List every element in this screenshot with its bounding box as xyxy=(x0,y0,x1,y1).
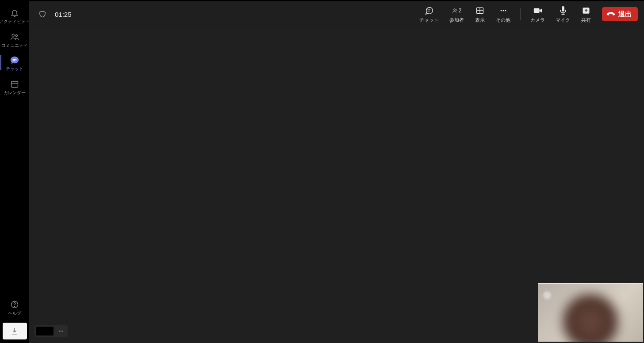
share-screen-icon xyxy=(581,6,591,15)
bell-icon xyxy=(9,8,20,18)
self-video-thumbnail[interactable] xyxy=(538,283,643,342)
svg-point-13 xyxy=(59,331,60,332)
svg-point-7 xyxy=(500,10,502,11)
content-thumbnail xyxy=(36,327,54,335)
toolbar-label: マイク xyxy=(556,18,570,23)
camera-icon xyxy=(533,6,543,15)
toolbar-divider xyxy=(520,8,521,20)
download-icon xyxy=(10,327,19,335)
calendar-icon xyxy=(9,79,20,89)
main-video-area xyxy=(29,27,644,343)
svg-point-0 xyxy=(12,34,14,36)
toolbar-share-button[interactable]: 共有 xyxy=(575,1,597,27)
sidebar-item-label: カレンダー xyxy=(4,91,26,95)
chat-bubble-icon xyxy=(424,6,434,15)
svg-point-8 xyxy=(502,10,504,11)
toolbar-label: その他 xyxy=(496,18,510,23)
more-icon[interactable] xyxy=(56,326,66,336)
sidebar-item-chat[interactable]: チャット xyxy=(0,51,29,75)
toolbar-chat-button[interactable]: チャット xyxy=(414,1,444,27)
svg-rect-10 xyxy=(533,8,539,13)
svg-point-14 xyxy=(61,331,61,332)
leave-call-button[interactable]: 退出 xyxy=(602,7,638,21)
toolbar-view-button[interactable]: 表示 xyxy=(469,1,491,27)
call-timer: 01:25 xyxy=(55,11,72,18)
toolbar-label: 共有 xyxy=(581,18,591,23)
people-icon xyxy=(9,31,20,42)
mic-icon xyxy=(558,6,568,15)
toolbar-camera-button[interactable]: カメラ xyxy=(525,1,550,27)
download-button[interactable] xyxy=(3,323,27,339)
grid-view-icon xyxy=(475,6,485,15)
toolbar-label: カメラ xyxy=(530,18,545,23)
toolbar-label: チャット xyxy=(419,18,439,23)
shield-icon[interactable] xyxy=(38,10,47,19)
svg-point-15 xyxy=(62,331,63,332)
sidebar-item-label: チャット xyxy=(6,67,23,71)
sidebar-item-label: コミュニティ xyxy=(1,43,28,48)
help-label: ヘルプ xyxy=(8,310,21,316)
svg-rect-2 xyxy=(12,81,18,87)
call-toolbar: 01:25 チャット 2 参加者 xyxy=(29,1,644,27)
toolbar-label: 参加者 xyxy=(449,18,464,23)
sidebar-item-calendar[interactable]: カレンダー xyxy=(0,75,29,99)
svg-point-4 xyxy=(14,306,15,307)
people-count-icon: 2 xyxy=(452,6,462,15)
sidebar-item-community[interactable]: コミュニティ xyxy=(0,27,29,51)
toolbar-label: 表示 xyxy=(475,18,485,23)
participant-count: 2 xyxy=(459,8,462,14)
svg-point-9 xyxy=(505,10,506,11)
sidebar-item-label: アクティビティ xyxy=(0,19,30,24)
more-icon xyxy=(498,6,508,15)
sidebar-item-help[interactable]: ヘルプ xyxy=(0,296,29,321)
call-area: 01:25 チャット 2 参加者 xyxy=(29,1,644,343)
svg-rect-11 xyxy=(562,6,564,11)
toolbar-people-button[interactable]: 2 参加者 xyxy=(444,1,469,27)
app-sidebar: アクティビティ コミュニティ チャット カレンダー ヘルプ xyxy=(0,1,29,343)
sidebar-item-activity[interactable]: アクティビティ xyxy=(0,4,29,27)
chat-icon xyxy=(9,55,20,65)
help-icon xyxy=(10,300,19,309)
toolbar-more-button[interactable]: その他 xyxy=(491,1,516,27)
svg-point-1 xyxy=(15,34,17,36)
svg-point-5 xyxy=(453,9,455,11)
leave-label: 退出 xyxy=(618,10,632,19)
self-view-indicator xyxy=(543,291,551,299)
content-thumbnail-bar[interactable] xyxy=(34,325,68,337)
hangup-icon xyxy=(606,11,615,18)
toolbar-mic-button[interactable]: マイク xyxy=(550,1,575,27)
